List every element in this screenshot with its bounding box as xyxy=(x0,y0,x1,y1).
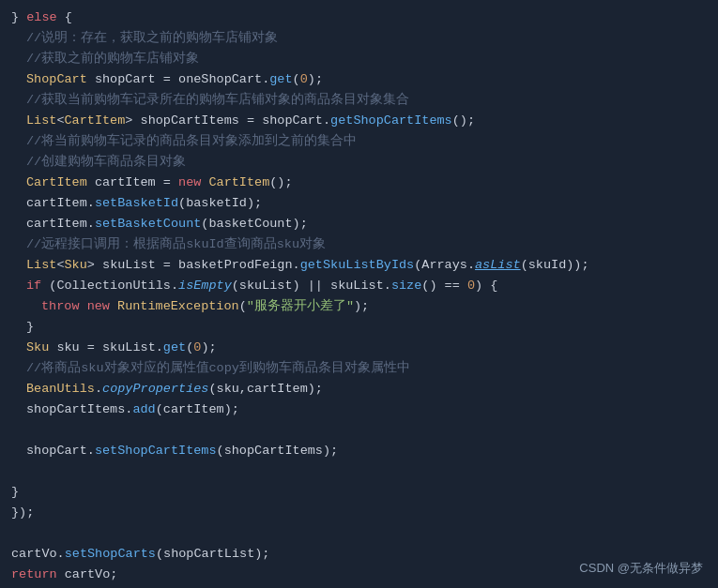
code-line: //获取当前购物车记录所在的购物车店铺对象的商品条目对象集合 xyxy=(0,90,718,111)
code-line xyxy=(0,523,718,544)
code-line: } xyxy=(0,317,718,338)
code-line: //远程接口调用：根据商品skuId查询商品sku对象 xyxy=(0,234,718,255)
code-line: //获取之前的购物车店铺对象 xyxy=(0,49,718,69)
code-line: } xyxy=(0,482,718,503)
code-line: ShopCart shopCart = oneShopCart.get(0); xyxy=(0,69,718,90)
code-line: //将商品sku对象对应的属性值copy到购物车商品条目对象属性中 xyxy=(0,358,718,379)
code-line: shopCartItems.add(cartItem); xyxy=(0,400,718,420)
code-line xyxy=(0,461,718,482)
code-line: cartItem.setBasketCount(basketCount); xyxy=(0,214,718,234)
code-line: }); xyxy=(0,503,718,523)
code-line: List<Sku> skuList = basketProdFeign.getS… xyxy=(0,255,718,276)
code-line: //将当前购物车记录的商品条目对象添加到之前的集合中 xyxy=(0,131,718,152)
code-line: List<CartItem> shopCartItems = shopCart.… xyxy=(0,111,718,131)
code-line: //说明：存在，获取之前的购物车店铺对象 xyxy=(0,28,718,49)
code-line: //创建购物车商品条目对象 xyxy=(0,152,718,173)
code-line xyxy=(0,420,718,441)
code-line: BeanUtils.copyProperties(sku,cartItem); xyxy=(0,379,718,400)
code-line: throw new RuntimeException("服务器开小差了"); xyxy=(0,296,718,317)
code-line: if (CollectionUtils.isEmpty(skuList) || … xyxy=(0,276,718,296)
code-container: } else { //说明：存在，获取之前的购物车店铺对象 //获取之前的购物车… xyxy=(0,0,718,588)
code-line: } else { xyxy=(0,8,718,28)
code-line: shopCart.setShopCartItems(shopCartItems)… xyxy=(0,441,718,461)
code-line: CartItem cartItem = new CartItem(); xyxy=(0,173,718,193)
watermark: CSDN @无条件做异梦 xyxy=(579,559,703,579)
code-line: cartItem.setBasketId(basketId); xyxy=(0,193,718,214)
code-line: Sku sku = skuList.get(0); xyxy=(0,338,718,358)
